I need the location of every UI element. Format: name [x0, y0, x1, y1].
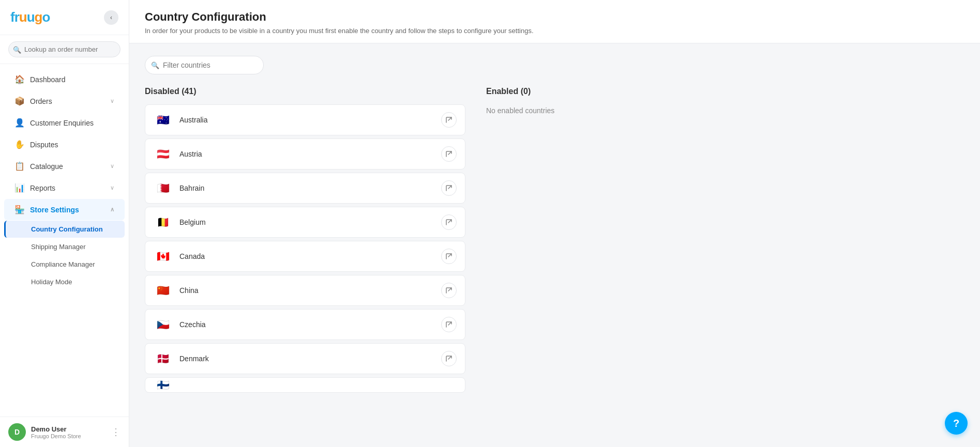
reports-icon: 📊: [14, 183, 25, 193]
external-link-icon: [446, 219, 452, 225]
external-link-icon: [446, 117, 452, 123]
country-item-canada[interactable]: 🇨🇦 Canada: [145, 241, 465, 272]
no-enabled-text: No enabled countries: [486, 106, 964, 115]
user-name: Demo User: [31, 425, 106, 433]
sidebar-item-dashboard[interactable]: 🏠 Dashboard: [4, 69, 125, 90]
filter-search-icon: 🔍: [151, 61, 159, 69]
country-item-australia[interactable]: 🇦🇺 Australia: [145, 104, 465, 135]
country-link-button-australia[interactable]: [441, 112, 457, 128]
country-link-button-bahrain[interactable]: [441, 180, 457, 196]
country-name: Australia: [179, 116, 434, 124]
chevron-down-icon: ∨: [110, 163, 114, 169]
store-icon: 🏪: [14, 205, 25, 214]
page-subtitle: In order for your products to be visible…: [145, 27, 964, 35]
sidebar-subitem-label: Country Configuration: [31, 225, 103, 233]
sidebar-subitem-label: Compliance Manager: [31, 260, 95, 268]
external-link-icon: [446, 356, 452, 362]
sidebar-subitem-holiday-mode[interactable]: Holiday Mode: [4, 273, 125, 290]
help-button[interactable]: ?: [945, 412, 968, 435]
country-name: Austria: [179, 150, 434, 158]
country-link-button-belgium[interactable]: [441, 214, 457, 230]
flag-bahrain: 🇧🇭: [154, 182, 172, 194]
sidebar-item-reports[interactable]: 📊 Reports ∨: [4, 177, 125, 198]
country-link-button-canada[interactable]: [441, 249, 457, 264]
flag-canada: 🇨🇦: [154, 250, 172, 263]
main-content: Country Configuration In order for your …: [129, 0, 980, 447]
country-name: China: [179, 286, 434, 295]
country-link-button-denmark[interactable]: [441, 351, 457, 366]
sidebar-item-label: Disputes: [30, 141, 58, 149]
sidebar-subitem-compliance-manager[interactable]: Compliance Manager: [4, 256, 125, 273]
filter-countries-input[interactable]: [145, 56, 264, 74]
disputes-icon: ✋: [14, 140, 25, 149]
external-link-icon: [446, 185, 452, 191]
flag-czechia: 🇨🇿: [154, 318, 172, 331]
sidebar-subitem-label: Shipping Manager: [31, 243, 86, 251]
sidebar-nav: 🏠 Dashboard 📦 Orders ∨ 👤 Customer Enquir…: [0, 64, 129, 417]
disabled-column: Disabled (41) 🇦🇺 Australia 🇦🇹 A: [145, 87, 465, 393]
flag-partial: 🇫🇮: [154, 379, 172, 391]
sidebar-subitem-country-configuration[interactable]: Country Configuration: [4, 221, 125, 238]
sidebar-item-label: Reports: [30, 184, 55, 192]
sidebar-item-label: Customer Enquiries: [30, 119, 94, 127]
country-link-button-czechia[interactable]: [441, 317, 457, 332]
external-link-icon: [446, 321, 452, 328]
enabled-column-title: Enabled (0): [486, 87, 964, 96]
filter-bar: 🔍: [145, 56, 964, 74]
country-item-belgium[interactable]: 🇧🇪 Belgium: [145, 207, 465, 238]
disabled-country-list: 🇦🇺 Australia 🇦🇹 Austria: [145, 104, 465, 393]
external-link-icon: [446, 253, 452, 259]
avatar: D: [8, 423, 26, 441]
order-search-section: 🔍: [0, 35, 129, 64]
order-search-input[interactable]: [8, 41, 120, 57]
sidebar-item-customer-enquiries[interactable]: 👤 Customer Enquiries: [4, 112, 125, 133]
country-item-czechia[interactable]: 🇨🇿 Czechia: [145, 309, 465, 340]
chevron-down-icon: ∨: [110, 98, 114, 104]
enabled-column: Enabled (0) No enabled countries: [486, 87, 964, 115]
catalogue-icon: 📋: [14, 161, 25, 171]
sidebar-collapse-button[interactable]: ‹: [104, 10, 118, 25]
logo: fruugo: [10, 9, 50, 25]
orders-icon: 📦: [14, 96, 25, 106]
external-link-icon: [446, 151, 452, 157]
country-name: Bahrain: [179, 184, 434, 192]
sidebar-item-label: Catalogue: [30, 162, 63, 171]
sidebar-item-label: Dashboard: [30, 75, 66, 84]
more-options-button[interactable]: ⋮: [111, 426, 120, 438]
sidebar-item-store-settings[interactable]: 🏪 Store Settings ∧: [4, 199, 125, 220]
disabled-column-title: Disabled (41): [145, 87, 465, 96]
sidebar: fruugo ‹ 🔍 🏠 Dashboard 📦 Orders ∨ 👤 Cust…: [0, 0, 129, 447]
flag-denmark: 🇩🇰: [154, 352, 172, 365]
country-link-button-austria[interactable]: [441, 146, 457, 162]
sidebar-header: fruugo ‹: [0, 0, 129, 35]
flag-belgium: 🇧🇪: [154, 216, 172, 228]
country-item-bahrain[interactable]: 🇧🇭 Bahrain: [145, 173, 465, 204]
country-item-china[interactable]: 🇨🇳 China: [145, 275, 465, 306]
flag-china: 🇨🇳: [154, 284, 172, 297]
chevron-up-icon: ∧: [110, 206, 114, 213]
flag-austria: 🇦🇹: [154, 148, 172, 160]
home-icon: 🏠: [14, 74, 25, 84]
chevron-down-icon: ∨: [110, 184, 114, 191]
sidebar-item-catalogue[interactable]: 📋 Catalogue ∨: [4, 156, 125, 177]
user-info: Demo User Fruugo Demo Store: [31, 425, 106, 439]
sidebar-item-disputes[interactable]: ✋ Disputes: [4, 134, 125, 155]
country-item-partial[interactable]: 🇫🇮: [145, 377, 465, 393]
page-header: Country Configuration In order for your …: [129, 0, 980, 43]
sidebar-item-label: Orders: [30, 97, 52, 105]
search-icon: 🔍: [13, 45, 21, 53]
sidebar-footer: D Demo User Fruugo Demo Store ⋮: [0, 417, 129, 447]
page-title: Country Configuration: [145, 10, 964, 24]
country-link-button-china[interactable]: [441, 283, 457, 298]
country-name: Czechia: [179, 320, 434, 329]
sidebar-subitem-shipping-manager[interactable]: Shipping Manager: [4, 238, 125, 255]
page-body: 🔍 Disabled (41) 🇦🇺 Australia: [129, 43, 980, 447]
sidebar-subitem-label: Holiday Mode: [31, 278, 72, 286]
sidebar-item-orders[interactable]: 📦 Orders ∨: [4, 90, 125, 112]
sidebar-item-label: Store Settings: [30, 206, 79, 214]
customer-icon: 👤: [14, 118, 25, 128]
country-item-austria[interactable]: 🇦🇹 Austria: [145, 138, 465, 169]
user-store: Fruugo Demo Store: [31, 433, 106, 439]
country-name: Canada: [179, 252, 434, 260]
country-item-denmark[interactable]: 🇩🇰 Denmark: [145, 343, 465, 374]
